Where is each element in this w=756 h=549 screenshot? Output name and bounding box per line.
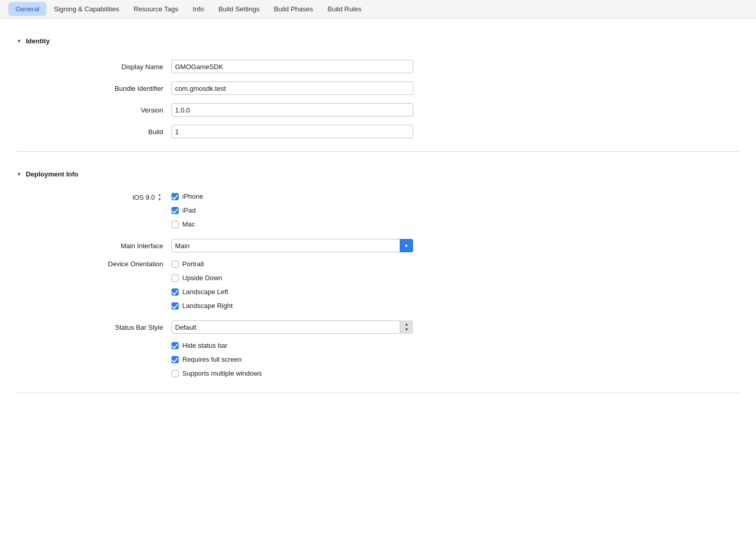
requires-full-screen-row: Requires full screen: [171, 356, 413, 363]
requires-full-screen-checkbox[interactable]: [171, 356, 179, 363]
deployment-collapse-arrow[interactable]: ▼: [17, 171, 22, 177]
display-name-label: Display Name: [17, 63, 171, 71]
status-bar-style-row: Status Bar Style Default ▲ ▼: [17, 320, 739, 334]
mac-checkbox[interactable]: [171, 221, 179, 228]
landscape-right-checkbox-row: Landscape Right: [171, 302, 413, 310]
display-name-row: Display Name: [17, 59, 739, 74]
hide-status-bar-label[interactable]: Hide status bar: [182, 342, 227, 349]
iphone-label[interactable]: iPhone: [182, 192, 203, 200]
build-row: Build: [17, 124, 739, 139]
device-orientation-row: Device Orientation Portrait Upside Down …: [17, 260, 739, 313]
mac-label[interactable]: Mac: [182, 220, 195, 228]
tab-build-rules[interactable]: Build Rules: [320, 2, 369, 16]
portrait-label[interactable]: Portrait: [182, 260, 204, 268]
supports-multiple-windows-checkbox[interactable]: [171, 370, 179, 377]
tab-general[interactable]: General: [8, 2, 46, 16]
bundle-id-input[interactable]: [171, 82, 413, 95]
orientation-checkboxes: Portrait Upside Down Landscape Left Land…: [171, 260, 413, 313]
status-bar-select-container: Default ▲ ▼: [171, 320, 413, 334]
display-name-control: [171, 60, 413, 73]
status-bar-style-control: Default ▲ ▼: [171, 320, 413, 334]
build-control: [171, 125, 413, 138]
main-interface-select-container: Main ▾: [171, 239, 413, 252]
version-control: [171, 103, 413, 117]
tab-resource-tags[interactable]: Resource Tags: [127, 2, 185, 16]
section-divider-1: [17, 151, 739, 152]
stepper-down-icon: ▼: [156, 197, 163, 202]
identity-section: ▼ Identity Display Name Bundle Identifie…: [17, 31, 739, 139]
ios-version-label: iOS 9.0 ▲ ▼: [17, 192, 171, 202]
device-checkboxes: iPhone iPad Mac: [171, 192, 413, 231]
main-interface-row: Main Interface Main ▾: [17, 238, 739, 253]
ios-version-row: iOS 9.0 ▲ ▼ iPhone iPad: [17, 192, 739, 231]
landscape-left-label[interactable]: Landscape Left: [182, 288, 228, 296]
portrait-checkbox-row: Portrait: [171, 260, 413, 268]
identity-header: ▼ Identity: [17, 31, 739, 49]
landscape-left-checkbox-row: Landscape Left: [171, 288, 413, 296]
iphone-checkbox-row: iPhone: [171, 192, 413, 200]
stepper-up-icon: ▲: [156, 192, 163, 197]
main-interface-select[interactable]: Main: [171, 239, 413, 252]
deployment-header: ▼ Deployment Info: [17, 164, 739, 182]
main-interface-label: Main Interface: [17, 242, 171, 250]
upside-down-checkbox-row: Upside Down: [171, 274, 413, 282]
device-orientation-label: Device Orientation: [17, 260, 171, 268]
identity-collapse-arrow[interactable]: ▼: [17, 38, 22, 44]
bundle-id-row: Bundle Identifier: [17, 81, 739, 95]
upside-down-label[interactable]: Upside Down: [182, 274, 222, 282]
ipad-checkbox[interactable]: [171, 207, 179, 214]
ipad-checkbox-row: iPad: [171, 206, 413, 214]
tab-build-settings[interactable]: Build Settings: [211, 2, 267, 16]
version-row: Version: [17, 103, 739, 117]
supports-multiple-windows-row: Supports multiple windows: [171, 369, 413, 377]
landscape-left-checkbox[interactable]: [171, 288, 179, 296]
tab-signing[interactable]: Signing & Capabilities: [46, 2, 126, 16]
upside-down-checkbox[interactable]: [171, 274, 179, 282]
tab-info[interactable]: Info: [185, 2, 211, 16]
status-bar-options-row: Hide status bar Requires full screen Sup…: [17, 342, 739, 380]
landscape-right-checkbox[interactable]: [171, 302, 179, 310]
ios-version-text: iOS 9.0: [133, 193, 155, 201]
mac-checkbox-row: Mac: [171, 220, 413, 228]
status-bar-style-label: Status Bar Style: [17, 324, 171, 331]
supports-multiple-windows-label[interactable]: Supports multiple windows: [182, 369, 262, 377]
ipad-label[interactable]: iPad: [182, 206, 196, 214]
hide-status-bar-row: Hide status bar: [171, 342, 413, 349]
section-divider-2: [17, 393, 739, 393]
version-input[interactable]: [171, 103, 413, 117]
status-bar-options-checkboxes: Hide status bar Requires full screen Sup…: [171, 342, 413, 380]
deployment-section: ▼ Deployment Info iOS 9.0 ▲ ▼ iPhone: [17, 164, 739, 380]
portrait-checkbox[interactable]: [171, 261, 179, 268]
bundle-id-label: Bundle Identifier: [17, 85, 171, 92]
version-label: Version: [17, 106, 171, 114]
identity-title: Identity: [26, 37, 50, 45]
tab-bar: General Signing & Capabilities Resource …: [0, 0, 756, 19]
tab-build-phases[interactable]: Build Phases: [266, 2, 320, 16]
hide-status-bar-checkbox[interactable]: [171, 342, 179, 349]
display-name-input[interactable]: [171, 60, 413, 73]
requires-full-screen-label[interactable]: Requires full screen: [182, 356, 242, 363]
status-bar-style-select[interactable]: Default: [171, 320, 413, 334]
main-content: ▼ Identity Display Name Bundle Identifie…: [0, 19, 756, 418]
ios-version-stepper[interactable]: ▲ ▼: [156, 192, 163, 202]
build-input[interactable]: [171, 125, 413, 138]
deployment-title: Deployment Info: [26, 170, 78, 178]
iphone-checkbox[interactable]: [171, 193, 179, 200]
main-interface-control: Main ▾: [171, 239, 413, 252]
landscape-right-label[interactable]: Landscape Right: [182, 302, 233, 310]
build-label: Build: [17, 128, 171, 136]
bundle-id-control: [171, 82, 413, 95]
